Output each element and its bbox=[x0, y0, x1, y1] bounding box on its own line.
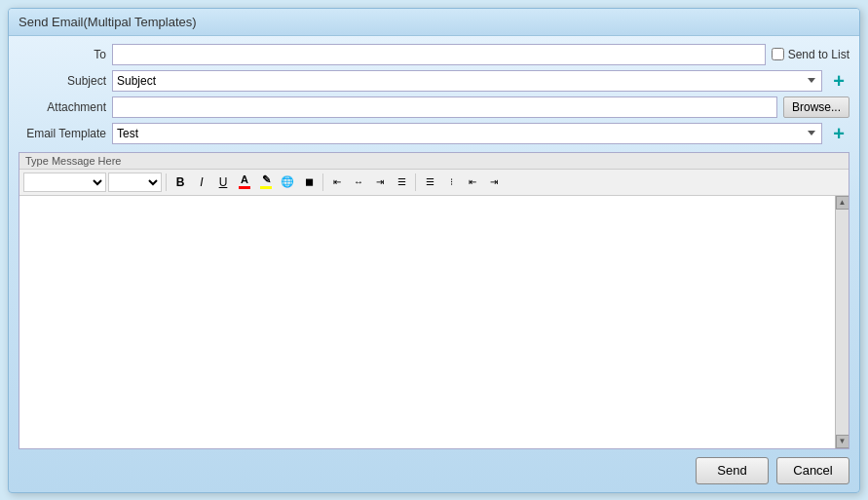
toolbar-divider-2 bbox=[322, 173, 323, 191]
ordered-list-button[interactable]: ☰ bbox=[420, 173, 439, 192]
template-plus-button[interactable]: + bbox=[828, 123, 849, 144]
subject-plus-button[interactable]: + bbox=[828, 70, 849, 92]
font-family-select[interactable] bbox=[23, 173, 106, 192]
editor-wrapper: ▲ ▼ bbox=[19, 196, 849, 448]
decrease-indent-button[interactable]: ⇤ bbox=[463, 173, 482, 192]
underline-button[interactable]: U bbox=[213, 173, 233, 192]
attachment-row: Attachment Browse... bbox=[19, 96, 849, 118]
bold-button[interactable]: B bbox=[170, 173, 190, 192]
cancel-button[interactable]: Cancel bbox=[776, 457, 849, 484]
attachment-input[interactable] bbox=[112, 96, 777, 118]
globe-icon: 🌐 bbox=[281, 175, 294, 188]
font-color-icon: A bbox=[239, 174, 250, 189]
subject-select[interactable]: Subject bbox=[112, 70, 822, 92]
editor-content[interactable] bbox=[19, 196, 835, 448]
font-color-button[interactable]: A bbox=[235, 173, 254, 192]
justify-button[interactable]: ☰ bbox=[392, 173, 411, 192]
toolbar-divider-3 bbox=[415, 173, 416, 191]
attachment-label: Attachment bbox=[19, 100, 106, 114]
send-to-list-checkbox[interactable] bbox=[772, 48, 784, 60]
decrease-indent-icon: ⇤ bbox=[469, 176, 476, 187]
subject-row: Subject Subject + bbox=[19, 70, 849, 92]
to-label: To bbox=[19, 48, 106, 61]
browse-button[interactable]: Browse... bbox=[783, 96, 849, 118]
to-input[interactable] bbox=[112, 44, 766, 65]
highlight-bar bbox=[260, 186, 272, 189]
email-template-select[interactable]: Test bbox=[112, 123, 822, 144]
send-to-list-area: Send to List bbox=[772, 48, 849, 61]
justify-icon: ☰ bbox=[397, 176, 406, 187]
unordered-list-button[interactable]: ⁝ bbox=[441, 173, 461, 192]
align-right-button[interactable]: ⇥ bbox=[370, 173, 390, 192]
send-email-dialog: Send Email(Multipal Templates) To Send t… bbox=[8, 8, 860, 493]
increase-indent-icon: ⇥ bbox=[490, 176, 498, 187]
email-template-label: Email Template bbox=[19, 127, 106, 140]
unordered-list-icon: ⁝ bbox=[450, 176, 453, 187]
send-button[interactable]: Send bbox=[696, 457, 769, 484]
scroll-up-arrow[interactable]: ▲ bbox=[836, 196, 849, 210]
ordered-list-icon: ☰ bbox=[426, 176, 434, 187]
align-center-button[interactable]: ↔ bbox=[349, 173, 368, 192]
align-left-button[interactable]: ⇤ bbox=[327, 173, 347, 192]
scrollbar[interactable]: ▲ ▼ bbox=[835, 196, 849, 448]
dialog-title: Send Email(Multipal Templates) bbox=[9, 9, 859, 36]
align-center-icon: ↔ bbox=[354, 176, 363, 187]
increase-indent-button[interactable]: ⇥ bbox=[484, 173, 504, 192]
italic-button[interactable]: I bbox=[192, 173, 211, 192]
send-to-list-label: Send to List bbox=[788, 48, 849, 61]
highlight-icon: ✎ bbox=[260, 174, 272, 189]
font-size-select[interactable] bbox=[108, 173, 162, 192]
toolbar-divider-1 bbox=[166, 173, 167, 191]
editor-label: Type Message Here bbox=[19, 153, 849, 170]
insert-image-button[interactable]: ◼ bbox=[299, 173, 319, 192]
editor-area: Type Message Here B I U A ✎ bbox=[19, 152, 849, 449]
form-area: To Send to List Subject Subject + Attach… bbox=[9, 36, 859, 152]
insert-link-button[interactable]: 🌐 bbox=[278, 173, 297, 192]
editor-toolbar: B I U A ✎ 🌐 ◼ bbox=[19, 170, 849, 196]
scroll-down-arrow[interactable]: ▼ bbox=[836, 435, 849, 448]
subject-label: Subject bbox=[19, 74, 106, 88]
email-template-row: Email Template Test + bbox=[19, 123, 849, 144]
font-color-bar bbox=[239, 186, 250, 189]
image-icon: ◼ bbox=[305, 175, 314, 188]
align-left-icon: ⇤ bbox=[333, 176, 341, 187]
highlight-button[interactable]: ✎ bbox=[256, 173, 276, 192]
footer: Send Cancel bbox=[9, 449, 859, 492]
align-right-icon: ⇥ bbox=[376, 176, 384, 187]
to-row: To Send to List bbox=[19, 44, 849, 65]
